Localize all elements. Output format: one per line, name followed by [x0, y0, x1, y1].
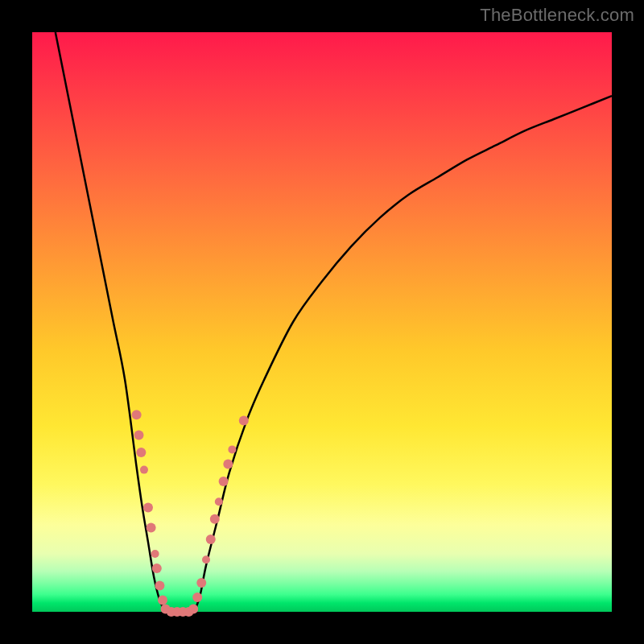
- data-point-marker: [158, 596, 167, 605]
- data-point-marker: [219, 477, 229, 486]
- data-point-marker: [215, 497, 223, 506]
- data-point-marker: [151, 550, 159, 558]
- data-point-marker: [155, 581, 164, 591]
- data-point-marker: [228, 445, 236, 453]
- curve-group: [56, 32, 612, 612]
- markers-group: [132, 410, 249, 617]
- chart-svg: [32, 32, 612, 612]
- chart-frame: TheBottleneck.com: [0, 0, 644, 644]
- data-point-marker: [136, 448, 146, 457]
- data-point-marker: [223, 459, 233, 469]
- data-point-marker: [202, 555, 210, 564]
- data-point-marker: [143, 502, 153, 512]
- curve-right: [195, 96, 612, 612]
- data-point-marker: [206, 535, 216, 544]
- data-point-marker: [147, 523, 156, 533]
- data-point-marker: [210, 514, 220, 524]
- data-point-marker: [188, 604, 198, 613]
- data-point-marker: [196, 578, 206, 588]
- data-point-marker: [132, 410, 142, 419]
- data-point-marker: [134, 430, 143, 440]
- data-point-marker: [192, 592, 202, 602]
- data-point-marker: [152, 564, 162, 573]
- data-point-marker: [140, 466, 148, 474]
- data-point-marker: [239, 415, 249, 425]
- watermark-text: TheBottleneck.com: [480, 5, 634, 26]
- plot-area: [32, 32, 612, 612]
